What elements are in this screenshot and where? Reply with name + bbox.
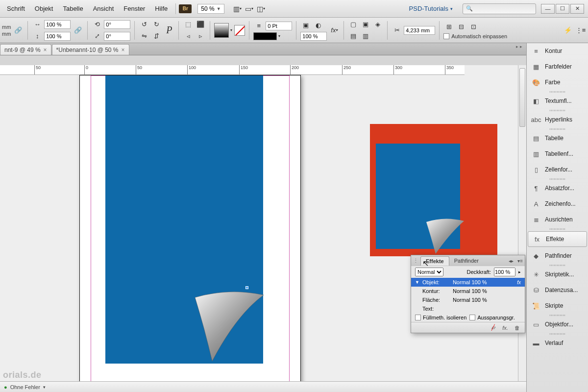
collapse-panel-icon[interactable]: ◂▸ [507,258,515,264]
wrap-bbox-icon[interactable]: ▣ [360,19,371,30]
dock-item-objektfor[interactable]: ▭Objektfor... [527,317,588,332]
crop-icon[interactable]: ✂ [392,25,402,36]
screen-mode-icon[interactable]: ▭▾ [244,3,255,14]
stroke-style-swatch[interactable] [253,32,277,40]
menu-schrift[interactable]: Schrift [2,3,30,14]
trash-icon[interactable]: 🗑 [513,324,521,332]
shear-input[interactable] [104,32,130,41]
minimize-button[interactable]: — [541,4,555,14]
menu-hilfe[interactable]: Hilfe [150,3,172,14]
dock-item-ausrichten[interactable]: ≣Ausrichten [527,212,588,227]
rotate-ccw-icon[interactable]: ↺ [139,19,149,30]
dock-item-tabelle[interactable]: ▤Tabelle [527,130,588,146]
close-icon[interactable]: × [44,47,47,53]
opacity-input[interactable] [300,32,327,41]
dock-item-verlauf[interactable]: ▬Verlauf [527,335,588,351]
clear-effects-icon[interactable]: ▱╱ [490,324,497,332]
dock-item-datenzusa[interactable]: ⛁Datenzusa... [527,282,588,298]
fx-quick-icon[interactable]: ▣ [300,20,311,31]
isolate-blending-checkbox[interactable]: Füllmeth. isolieren [415,315,466,320]
wrap-none-icon[interactable]: ▢ [348,19,359,30]
fx-add-icon[interactable]: fx. [501,324,509,332]
zoom-select[interactable]: 50 %▼ [197,4,224,14]
menu-fenster[interactable]: Fenster [119,3,150,14]
select-container-icon[interactable]: ⬚ [183,19,194,30]
panel-grip-icon[interactable]: ⋮ [411,258,420,264]
close-icon[interactable]: × [122,47,125,53]
dock-collapse-icon[interactable]: ▸▸ [514,44,526,50]
dock-item-farbfelder[interactable]: ▦Farbfelder [527,59,588,74]
dock-item-skripte[interactable]: 📜Skripte [527,298,588,314]
flip-v-icon[interactable]: ⇵ [151,31,162,42]
tab-unbenannt-10[interactable]: *Unbenannt-10 @ 50 %× [52,44,129,55]
fill-swatch[interactable] [214,23,229,38]
constrain-wh-icon[interactable]: 🔗 [13,25,24,36]
panel-options-icon[interactable]: ▾≡ [515,258,525,264]
fit-frame-icon[interactable]: ⊟ [456,22,466,32]
view-options-icon[interactable]: ▥▾ [232,3,243,14]
knockout-group-checkbox[interactable]: Aussparungsgr. [469,315,514,320]
canvas[interactable]: 50050100150200250300350400 [0,65,526,381]
fx-row-kontur[interactable]: Kontur:Normal 100 % [411,287,525,295]
preflight-status[interactable]: Ohne Fehler [10,384,40,390]
control-bar: mm mm 🔗 ↔ ↕ 🔗 ⟲ ⤢ ↺↻ ⇋⇵ P ⬚⬛ ◃▹ ▾ ≡ ▾ ▣◐… [0,18,588,43]
dock-item-skriptetik[interactable]: ✳Skriptetik... [527,267,588,282]
menu-ansicht[interactable]: Ansicht [88,3,119,14]
dock-item-farbe[interactable]: 🎨Farbe [527,74,588,90]
panel-opacity-input[interactable] [494,268,515,276]
arrange-icon[interactable]: ◫▾ [256,3,267,14]
select-content-icon[interactable]: ⬛ [195,19,206,30]
tab-pathfinder[interactable]: Pathfinder [449,256,484,265]
flip-h-icon[interactable]: ⇋ [139,31,149,42]
maximize-button[interactable]: ☐ [556,4,569,14]
dock-item-hyperlinks[interactable]: abcHyperlinks [527,112,588,127]
dock-item-absatzfor[interactable]: ¶Absatzfor... [527,180,588,196]
constrain-scale-icon[interactable]: 🔗 [73,25,83,36]
center-content-icon[interactable]: ⊡ [468,22,479,32]
no-fill-icon[interactable] [234,25,245,36]
effekte-icon: fx [532,235,542,244]
scale-y-input[interactable] [44,32,71,41]
dock-item-textumfl[interactable]: ◧Textumfl... [527,93,588,109]
scale-x-input[interactable] [44,20,71,29]
dock-item-zellenfor[interactable]: ▯Zellenfor... [527,162,588,177]
wrap-jumpnext-icon[interactable]: ▥ [360,31,371,42]
panel-menu-icon[interactable]: ⋮≡ [575,25,586,36]
red-pasteboard-object[interactable] [370,124,497,256]
select-prev-icon[interactable]: ◃ [183,31,194,42]
paragraph-style-icon[interactable]: P [164,25,174,36]
page-curl-effect[interactable] [193,280,271,368]
scale-y-icon: ↕ [32,31,43,42]
search-input[interactable]: 🔍 [463,3,536,14]
rotate-cw-icon[interactable]: ↻ [151,19,162,30]
blend-mode-select[interactable]: Normal [415,268,443,276]
dimension-input[interactable] [404,26,435,35]
dock-item-pathfinder[interactable]: ◆Pathfinder [527,248,588,264]
select-next-icon[interactable]: ▹ [195,31,206,42]
close-button[interactable]: ✕ [570,4,584,14]
dock-item-kontur[interactable]: ≡Kontur [527,43,588,59]
autofit-checkbox[interactable]: Automatisch einpassen [443,33,507,39]
fx-row-text[interactable]: Text: [411,304,525,313]
selection-handle[interactable] [245,286,248,289]
tab-effekte[interactable]: Effekte [420,256,449,266]
menu-tabelle[interactable]: Tabelle [58,3,88,14]
dock-item-tabellenf[interactable]: ▥Tabellenf... [527,146,588,162]
menu-objekt[interactable]: Objekt [30,3,58,14]
bridge-icon[interactable]: Br [179,4,192,13]
fx-menu-icon[interactable]: fx▾ [329,25,340,36]
scrollbar-vertical[interactable] [518,65,526,381]
quick-apply-icon[interactable]: ⚡ [563,25,573,36]
fx-row-flche[interactable]: Fläche:Normal 100 % [411,295,525,304]
wrap-shape-icon[interactable]: ◈ [372,19,383,30]
wrap-jump-icon[interactable]: ▤ [348,31,359,42]
rotate-input[interactable] [104,20,130,29]
psd-tutorials-link[interactable]: PSD-Tutorials ▾ [404,5,458,12]
tab-unbenannt-9[interactable]: nnt-9 @ 49 %× [0,44,51,55]
stroke-weight-input[interactable] [266,22,292,30]
fit-content-icon[interactable]: ⊞ [443,22,454,32]
fx-row-objekt[interactable]: ▼Objekt:Normal 100 %fx [411,278,525,287]
effects-panel[interactable]: ⋮ Effekte Pathfinder ◂▸ ▾≡ Normal Deckkr… [411,255,525,333]
dock-item-zeichenfo[interactable]: AZeichenfo... [527,196,588,212]
dock-item-effekte[interactable]: fxEffekte [528,231,587,247]
